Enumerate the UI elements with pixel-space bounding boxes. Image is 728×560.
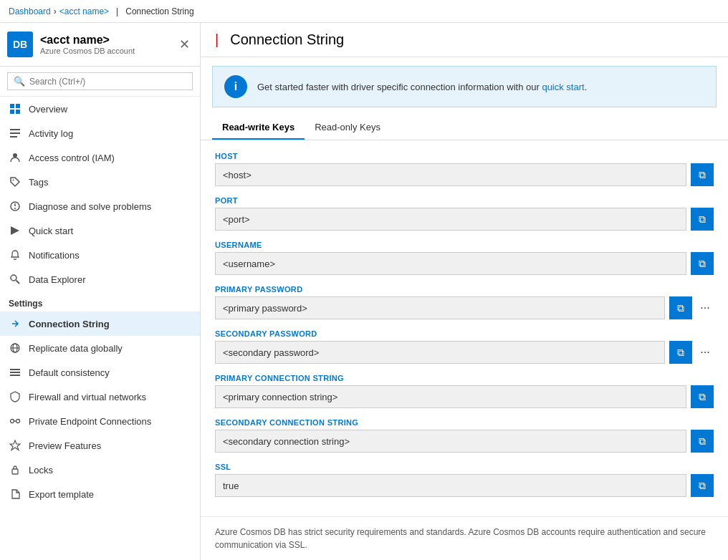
- field-group-primary-connection-string: PRIMARY CONNECTION STRING ⧉: [215, 374, 714, 408]
- tab-read-write[interactable]: Read-write Keys: [212, 116, 305, 140]
- copy-primary-password-button[interactable]: ⧉: [669, 296, 692, 319]
- field-label-username: USERNAME: [215, 241, 714, 249]
- copy-username-button[interactable]: ⧉: [691, 252, 714, 275]
- sidebar-item-replicate[interactable]: Replicate data globally: [0, 336, 200, 360]
- info-banner: i Get started faster with driver specifi…: [212, 66, 717, 107]
- account-name: <acct name>: [40, 34, 169, 47]
- sidebar-label-quick-start: Quick start: [29, 226, 191, 236]
- copy-host-button[interactable]: ⧉: [691, 163, 714, 186]
- sidebar-item-quick-start[interactable]: Quick start: [0, 218, 200, 243]
- svg-rect-0: [10, 104, 14, 108]
- svg-point-8: [13, 180, 14, 181]
- settings-section-header: Settings: [0, 291, 200, 312]
- svg-point-11: [14, 208, 16, 209]
- field-input-primary-connection-string[interactable]: [215, 385, 686, 408]
- sidebar-label-locks: Locks: [29, 465, 191, 475]
- field-row-username: ⧉: [215, 252, 714, 275]
- field-row-port: ⧉: [215, 208, 714, 231]
- page-title: Connection String: [230, 32, 344, 48]
- field-row-primary-password: ⧉ ···: [215, 296, 714, 319]
- sidebar-item-access-control[interactable]: Access control (IAM): [0, 145, 200, 170]
- field-input-username[interactable]: [215, 252, 686, 275]
- field-input-port[interactable]: [215, 208, 686, 231]
- sidebar-item-private-endpoint[interactable]: Private Endpoint Connections: [0, 409, 200, 433]
- sidebar-label-firewall: Firewall and virtual networks: [29, 392, 191, 402]
- sidebar-item-export-template[interactable]: Export template: [0, 482, 200, 506]
- sidebar-item-firewall[interactable]: Firewall and virtual networks: [0, 385, 200, 409]
- copy-icon: ⧉: [677, 302, 684, 314]
- field-label-port: PORT: [215, 196, 714, 205]
- svg-point-13: [11, 275, 16, 281]
- field-label-host: HOST: [215, 152, 714, 160]
- copy-port-button[interactable]: ⧉: [691, 208, 714, 231]
- info-text: Get started faster with driver specific …: [257, 82, 587, 92]
- sidebar-item-diagnose[interactable]: Diagnose and solve problems: [0, 194, 200, 218]
- field-input-host[interactable]: [215, 163, 686, 186]
- sidebar-item-data-explorer[interactable]: Data Explorer: [0, 267, 200, 291]
- sidebar-item-default-consistency[interactable]: Default consistency: [0, 360, 200, 385]
- svg-point-21: [11, 420, 14, 423]
- svg-marker-12: [11, 226, 19, 235]
- sidebar-item-preview-features[interactable]: Preview Features: [0, 433, 200, 458]
- quick-start-icon: [9, 224, 21, 237]
- sidebar-label-replicate: Replicate data globally: [29, 343, 191, 354]
- notifications-icon: [9, 248, 21, 261]
- more-secondary-password-button[interactable]: ···: [696, 341, 714, 364]
- breadcrumb-dashboard[interactable]: Dashboard: [9, 6, 51, 16]
- breadcrumb: Dashboard › <acct name> | Connection Str…: [0, 0, 728, 23]
- svg-rect-18: [10, 369, 20, 370]
- close-button[interactable]: ✕: [176, 34, 193, 55]
- sidebar-item-notifications[interactable]: Notifications: [0, 243, 200, 267]
- sidebar-label-overview: Overview: [29, 104, 191, 115]
- breadcrumb-acct[interactable]: <acct name>: [59, 6, 109, 16]
- copy-icon: ⧉: [699, 169, 706, 181]
- sidebar-item-tags[interactable]: Tags: [0, 170, 200, 194]
- copy-icon: ⧉: [699, 258, 706, 270]
- diagnose-icon: [9, 200, 21, 213]
- field-label-primary-connection-string: PRIMARY CONNECTION STRING: [215, 374, 714, 382]
- field-input-ssl[interactable]: [215, 474, 686, 497]
- private-endpoint-icon: [9, 415, 21, 428]
- sidebar-label-connection-string: Connection String: [29, 319, 191, 329]
- sidebar-label-private-endpoint: Private Endpoint Connections: [29, 416, 191, 427]
- copy-secondary-password-button[interactable]: ⧉: [669, 341, 692, 364]
- db-icon: DB: [7, 32, 33, 57]
- tab-read-only[interactable]: Read-only Keys: [305, 116, 391, 140]
- sidebar-item-connection-string[interactable]: Connection String: [0, 312, 200, 336]
- field-input-secondary-password[interactable]: [215, 341, 665, 364]
- field-group-port: PORT ⧉: [215, 196, 714, 231]
- info-icon: i: [224, 75, 247, 98]
- copy-ssl-button[interactable]: ⧉: [691, 474, 714, 497]
- export-template-icon: [9, 488, 21, 501]
- svg-rect-25: [12, 469, 18, 474]
- copy-primary-connection-string-button[interactable]: ⧉: [691, 385, 714, 408]
- sidebar-label-notifications: Notifications: [29, 250, 191, 261]
- sidebar-label-access-control: Access control (IAM): [29, 153, 191, 163]
- access-control-icon: [9, 151, 21, 164]
- search-wrapper[interactable]: 🔍: [7, 72, 193, 90]
- svg-rect-2: [10, 110, 14, 114]
- field-group-primary-password: PRIMARY PASSWORD ⧉ ···: [215, 285, 714, 319]
- field-row-secondary-password: ⧉ ···: [215, 341, 714, 364]
- copy-icon: ⧉: [699, 213, 706, 226]
- activity-log-icon: [9, 127, 21, 140]
- replicate-icon: [9, 342, 21, 354]
- sidebar-label-default-consistency: Default consistency: [29, 367, 191, 378]
- search-input[interactable]: [29, 77, 186, 87]
- sidebar-item-locks[interactable]: Locks: [0, 458, 200, 482]
- sidebar-item-overview[interactable]: Overview: [0, 97, 200, 121]
- quick-start-link[interactable]: quick start: [542, 82, 584, 92]
- svg-rect-1: [16, 104, 20, 108]
- svg-rect-19: [10, 372, 20, 373]
- field-group-username: USERNAME ⧉: [215, 241, 714, 275]
- copy-icon: ⧉: [677, 347, 684, 359]
- default-consistency-icon: [9, 366, 21, 379]
- more-primary-password-button[interactable]: ···: [696, 296, 714, 319]
- field-input-primary-password[interactable]: [215, 296, 665, 319]
- field-label-ssl: SSL: [215, 463, 714, 471]
- copy-secondary-connection-string-button[interactable]: ⧉: [691, 430, 714, 453]
- field-input-secondary-connection-string[interactable]: [215, 430, 686, 453]
- svg-point-22: [16, 420, 20, 423]
- fields-area: HOST ⧉ PORT ⧉: [201, 140, 728, 516]
- sidebar-item-activity-log[interactable]: Activity log: [0, 121, 200, 145]
